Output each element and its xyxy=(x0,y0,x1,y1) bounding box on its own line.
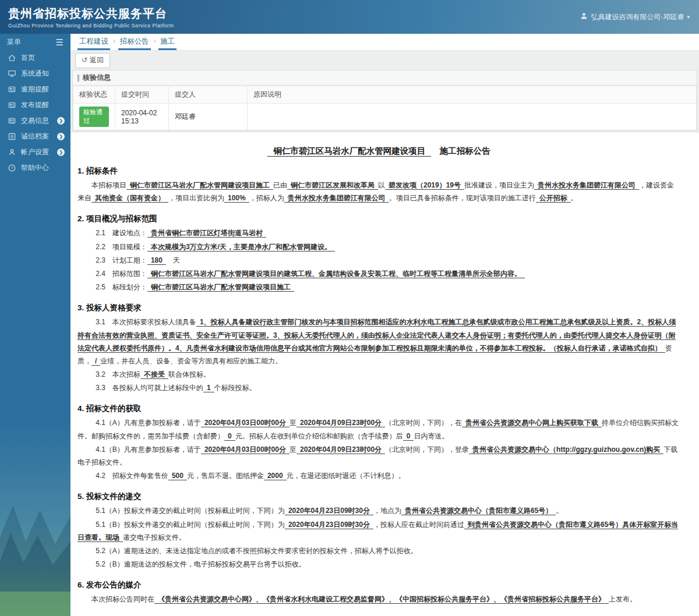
sidebar: 菜单 ☰ 首页系统通知逾期提醒发布提醒交易信息❯诚信档案❯帐户设置❯?帮助中心 xyxy=(0,34,70,616)
section-heading: 5. 投标文件的递交 xyxy=(77,491,680,502)
filled-blank-value: 贵州水投水务集团碧江有限公司 xyxy=(534,181,639,190)
sidebar-item-帮助中心[interactable]: ?帮助中心 xyxy=(0,160,70,176)
sidebar-item-label: 首页 xyxy=(21,53,65,63)
filled-blank-value: 到贵州省公共资源交易中心（贵阳市遵义路65号）具体开标室开标当日查看。现场 xyxy=(77,521,678,542)
filled-blank-value: 《贵州省公共资源交易中心网》、《贵州省水利水电建设工程交易监督网》、《中国招标投… xyxy=(154,595,609,604)
filled-blank-value: 不接受 xyxy=(140,370,168,379)
news-icon xyxy=(8,116,16,125)
news-icon xyxy=(8,101,16,109)
filled-blank-value: 1、投标人具备建设行政主管部门核发的与本项目招标范围相适应的水利水电工程施工总承… xyxy=(77,318,676,352)
sidebar-item-逾期提醒[interactable]: 逾期提醒 xyxy=(0,82,70,97)
verification-panel-title: 核验信息 xyxy=(83,73,111,83)
filled-blank-value: 铜仁市碧江区马岩水厂配水管网建设项目施工 xyxy=(147,283,294,292)
filled-blank-value: 180 xyxy=(147,256,166,265)
paragraph: 2.2 项目规模：本次规模为3万立方米/天，主要是净水厂和配水管网建设。 xyxy=(77,240,680,253)
toolbar: ↺ 返回 xyxy=(70,50,699,70)
back-button[interactable]: ↺ 返回 xyxy=(75,53,110,68)
menu-label: 菜单 xyxy=(7,37,21,47)
notice-sections: 1. 招标条件本招标项目铜仁市碧江区马岩水厂配水管网建设项目施工已由铜仁市碧江区… xyxy=(77,166,680,616)
filled-blank-value: 2020年04月09日23时00分 xyxy=(296,445,385,454)
mountains-graphic xyxy=(0,418,70,616)
filled-blank-value: 100% xyxy=(224,194,249,203)
filled-blank-value: 铜仁市碧江区马岩水厂配水管网建设项目的建筑工程、金属结构设备及安装工程、临时工程… xyxy=(147,270,525,278)
user-icon xyxy=(8,148,16,157)
sidebar-item-label: 发布提醒 xyxy=(21,100,65,110)
filled-blank-value: 0 xyxy=(403,432,414,441)
submenu-arrow-icon[interactable]: ❯ xyxy=(57,117,65,125)
table-row: 核验通过2020-04-02 15:13邓廷睿 xyxy=(73,104,697,130)
sidebar-items: 首页系统通知逾期提醒发布提醒交易信息❯诚信档案❯帐户设置❯?帮助中心 xyxy=(0,50,70,176)
filled-blank-value: 贵州省公共资源交易中心（贵阳市遵义路65号） xyxy=(401,507,556,515)
filled-blank-value: 1 xyxy=(203,384,214,392)
filled-blank-value: 碧发改项（2019）19号 xyxy=(385,181,464,190)
brand: 贵州省招标投标公共服务平台 GuiZhou Province Tendering… xyxy=(8,6,174,29)
column-header: 提交时间 xyxy=(115,86,169,104)
filled-blank-value: 铜仁市碧江区马岩水厂配水管网建设项目施工 xyxy=(126,181,273,190)
paragraph: 5.1（B）投标文件递交的截止时间（投标截止时间，下同）为2020年04月23日… xyxy=(77,518,680,544)
paragraph: 5.1（A）投标文件递交的截止时间（投标截止时间，下同）为2020年04月23日… xyxy=(77,504,680,517)
sidebar-item-label: 诚信档案 xyxy=(21,132,57,141)
section-heading: 4. 招标文件的获取 xyxy=(77,403,680,414)
section-heading: 1. 招标条件 xyxy=(77,166,680,176)
sidebar-item-label: 逾期提醒 xyxy=(21,84,65,94)
column-header: 原因说明 xyxy=(248,86,697,104)
breadcrumb-item[interactable]: 工程建设 xyxy=(77,36,110,50)
paragraph: 3.2 本次招标不接受联合体投标。 xyxy=(77,368,680,381)
column-header: 核验状态 xyxy=(73,86,115,104)
main-area: 工程建设›招标公告›施工 ↺ 返回 核验信息 核验状态提交时间提交人原因说明 核 xyxy=(70,34,699,616)
filled-blank-value: 其他资金（国有资金） xyxy=(91,194,168,203)
filled-blank-value: / xyxy=(91,357,100,366)
back-icon: ↺ xyxy=(82,56,87,64)
user-name: 弘典建设咨询有限公司-邓廷睿 xyxy=(591,12,684,22)
chevron-down-icon: ▾ xyxy=(687,14,690,20)
sidebar-fill xyxy=(0,176,70,418)
section-heading: 3. 投标人资格要求 xyxy=(77,303,680,313)
filled-blank-value: 贵州省公共资源交易中心网上购买获取下载 xyxy=(462,419,602,427)
breadcrumb-item[interactable]: 招标公告 xyxy=(118,36,151,50)
filled-blank-value: 0 xyxy=(224,432,235,441)
sidebar-item-交易信息[interactable]: 交易信息❯ xyxy=(0,113,70,129)
sidebar-item-label: 系统通知 xyxy=(21,69,65,79)
column-header: 提交人 xyxy=(169,86,248,104)
paragraph: 2.5 标段划分：铜仁市碧江区马岩水厂配水管网建设项目施工 xyxy=(77,281,680,293)
submenu-arrow-icon[interactable]: ❯ xyxy=(57,133,65,140)
panel-accent-bar xyxy=(77,75,79,82)
sidebar-item-label: 帮助中心 xyxy=(21,163,65,173)
paragraph: 4.1（A）凡有意参加投标者，请于2020年04月03日00时00分至2020年… xyxy=(77,416,680,442)
breadcrumb: 工程建设›招标公告›施工 xyxy=(70,34,699,50)
notice-section: 1. 招标条件本招标项目铜仁市碧江区马岩水厂配水管网建设项目施工已由铜仁市碧江区… xyxy=(77,166,680,204)
paragraph: 5.2（B）逾期送达的投标文件，电子招标投标交易平台将予以拒收。 xyxy=(77,558,680,571)
verification-panel-header: 核验信息 xyxy=(73,70,697,86)
sidebar-item-系统通知[interactable]: 系统通知 xyxy=(0,66,70,82)
content: 核验信息 核验状态提交时间提交人原因说明 核验通过2020-04-02 15:1… xyxy=(70,70,699,616)
notice-section: 4. 招标文件的获取4.1（A）凡有意参加投标者，请于2020年04月03日00… xyxy=(77,403,680,482)
notice-section: 6. 发布公告的媒介本次招标公告同时在《贵州省公共资源交易中心网》、《贵州省水利… xyxy=(77,580,680,606)
scenic-background xyxy=(0,418,70,616)
filled-blank-value: 2020年04月09日23时00分 xyxy=(296,419,385,427)
sidebar-menu-head: 菜单 ☰ xyxy=(0,34,70,50)
notice-title-suffix: 施工招标公告 xyxy=(431,146,490,155)
notice-document: 铜仁市碧江区马岩水厂配水管网建设项目 施工招标公告 1. 招标条件本招标项目铜仁… xyxy=(70,133,699,616)
filled-blank-value: 公开招标 xyxy=(536,194,571,203)
page: 贵州省招标投标公共服务平台 GuiZhou Province Tendering… xyxy=(0,0,699,616)
verification-panel: 核验信息 核验状态提交时间提交人原因说明 核验通过2020-04-02 15:1… xyxy=(72,70,697,131)
hamburger-icon[interactable]: ☰ xyxy=(56,38,63,47)
paragraph: 5.2（A）逾期送达的、未送达指定地点的或者不按照招标文件要求密封的投标文件，招… xyxy=(77,544,680,557)
filled-blank-value: 2020年04月23日09时30分 xyxy=(285,507,373,515)
breadcrumb-item[interactable]: 施工 xyxy=(158,36,176,50)
notice-section: 2. 项目概况与招标范围2.1 建设地点：贵州省铜仁市碧江区灯塔街道马岩村2.2… xyxy=(77,214,680,293)
cell-time: 2020-04-02 15:13 xyxy=(115,104,169,130)
filled-blank-value: 2020年04月03日00时00分 xyxy=(201,445,290,454)
sidebar-item-帐户设置[interactable]: 帐户设置❯ xyxy=(0,144,70,160)
app-subtitle: GuiZhou Province Tendering and Bidding P… xyxy=(8,23,174,29)
notice-title: 铜仁市碧江区马岩水厂配水管网建设项目 施工招标公告 xyxy=(77,146,680,157)
sidebar-item-发布提醒[interactable]: 发布提醒 xyxy=(0,97,70,113)
submenu-arrow-icon[interactable]: ❯ xyxy=(57,148,65,156)
paragraph: 4.1（B）凡有意参加投标者，请于2020年04月03日00时00分至2020年… xyxy=(77,443,680,469)
user-menu[interactable]: 弘典建设咨询有限公司-邓廷睿 ▾ xyxy=(580,12,690,22)
user-icon xyxy=(580,12,588,22)
sidebar-item-诚信档案[interactable]: 诚信档案❯ xyxy=(0,129,70,144)
question-icon: ? xyxy=(8,164,16,172)
sidebar-item-首页[interactable]: 首页 xyxy=(0,50,70,66)
cell-reason xyxy=(248,104,697,130)
